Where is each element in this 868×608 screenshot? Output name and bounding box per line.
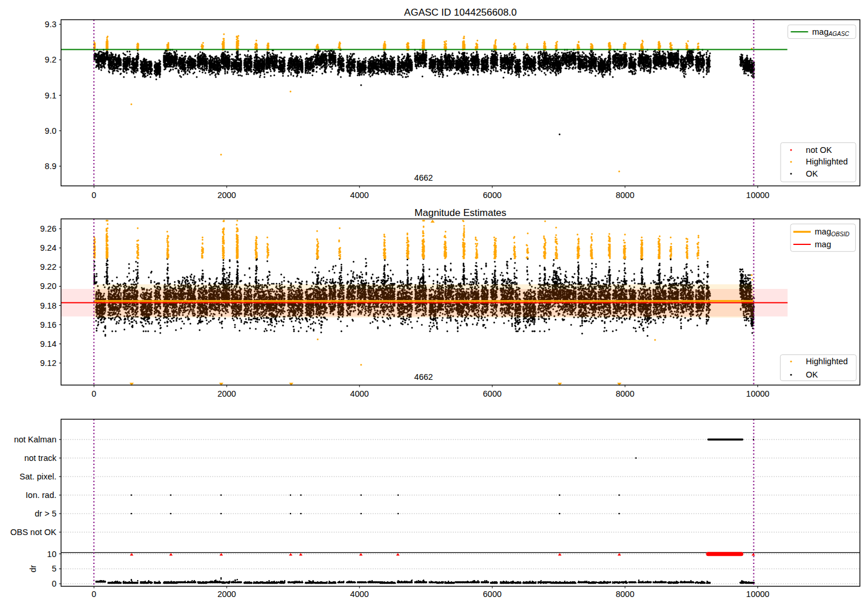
svg-text:9.16: 9.16 bbox=[40, 320, 56, 329]
svg-text:6000: 6000 bbox=[483, 589, 502, 599]
svg-text:9.20: 9.20 bbox=[40, 281, 56, 291]
svg-text:not OK: not OK bbox=[806, 145, 832, 155]
svg-text:8000: 8000 bbox=[616, 589, 634, 599]
svg-text:6000: 6000 bbox=[483, 389, 502, 398]
svg-text:4000: 4000 bbox=[350, 191, 369, 200]
svg-text:10000: 10000 bbox=[746, 389, 769, 398]
svg-text:4662: 4662 bbox=[414, 372, 433, 382]
svg-text:9.1: 9.1 bbox=[45, 91, 56, 100]
svg-text:0: 0 bbox=[91, 589, 96, 599]
svg-text:Sat. pixel.: Sat. pixel. bbox=[20, 472, 57, 481]
svg-text:Highlighted: Highlighted bbox=[806, 157, 848, 166]
svg-text:9.14: 9.14 bbox=[40, 339, 56, 349]
svg-text:not track: not track bbox=[24, 453, 57, 463]
svg-text:4662: 4662 bbox=[414, 173, 433, 182]
svg-text:4000: 4000 bbox=[350, 589, 369, 599]
svg-text:OK: OK bbox=[806, 169, 818, 178]
svg-text:Magnitude Estimates: Magnitude Estimates bbox=[414, 207, 506, 218]
svg-text:OBS not OK: OBS not OK bbox=[10, 528, 57, 537]
svg-text:not Kalman: not Kalman bbox=[14, 435, 56, 444]
svg-text:9.12: 9.12 bbox=[40, 358, 56, 368]
svg-text:9.26: 9.26 bbox=[40, 224, 56, 233]
svg-text:0: 0 bbox=[52, 579, 56, 588]
svg-text:10000: 10000 bbox=[746, 589, 769, 599]
svg-text:9.2: 9.2 bbox=[45, 55, 56, 64]
svg-text:9.18: 9.18 bbox=[40, 301, 56, 310]
svg-text:5: 5 bbox=[52, 564, 56, 573]
svg-text:2000: 2000 bbox=[218, 389, 236, 398]
svg-text:9.22: 9.22 bbox=[40, 262, 56, 272]
svg-text:9.0: 9.0 bbox=[45, 126, 56, 135]
svg-text:dr: dr bbox=[28, 565, 38, 572]
svg-text:8000: 8000 bbox=[616, 191, 634, 200]
svg-text:9.24: 9.24 bbox=[40, 243, 56, 252]
svg-text:8.9: 8.9 bbox=[45, 162, 56, 171]
svg-text:mag: mag bbox=[815, 240, 831, 249]
svg-text:2000: 2000 bbox=[218, 191, 236, 200]
svg-text:6000: 6000 bbox=[483, 191, 502, 200]
svg-text:dr > 5: dr > 5 bbox=[35, 509, 56, 518]
svg-text:10000: 10000 bbox=[746, 191, 769, 200]
svg-text:2000: 2000 bbox=[218, 589, 236, 599]
svg-text:0: 0 bbox=[91, 389, 96, 398]
svg-text:10: 10 bbox=[47, 550, 56, 559]
svg-text:0: 0 bbox=[91, 191, 96, 200]
svg-text:4000: 4000 bbox=[350, 389, 369, 398]
svg-text:OK: OK bbox=[806, 370, 818, 379]
svg-text:Ion. rad.: Ion. rad. bbox=[25, 490, 56, 500]
svg-text:9.3: 9.3 bbox=[45, 20, 56, 29]
svg-text:AGASC ID 1044256608.0: AGASC ID 1044256608.0 bbox=[404, 7, 517, 18]
svg-text:8000: 8000 bbox=[616, 389, 634, 398]
svg-text:Highlighted: Highlighted bbox=[806, 357, 848, 366]
